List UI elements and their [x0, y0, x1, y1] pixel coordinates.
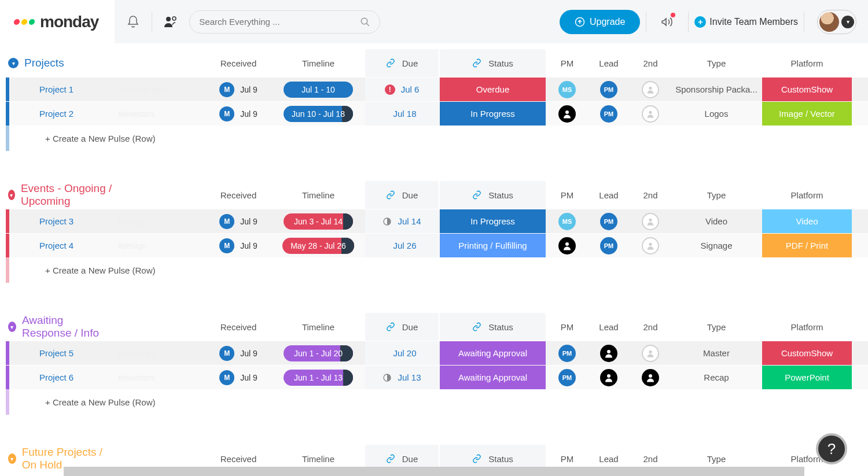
platform-cell[interactable]: PowerPoint: [762, 366, 852, 389]
people-icon[interactable]: [161, 13, 180, 31]
due-cell[interactable]: Jul 18: [365, 102, 439, 126]
col-timeline[interactable]: Timeline: [272, 454, 365, 464]
col-due[interactable]: Due: [365, 313, 439, 341]
col-2nd[interactable]: 2nd: [630, 322, 671, 332]
pulse-name[interactable]: Project 2: [30, 109, 116, 119]
col-status[interactable]: Status: [440, 181, 546, 209]
status-cell[interactable]: In Progress: [440, 209, 546, 233]
pulse-name[interactable]: Project 6: [30, 372, 116, 382]
col-pm[interactable]: PM: [546, 322, 588, 332]
lead-cell[interactable]: PM: [589, 234, 629, 257]
col-received[interactable]: Received: [205, 454, 272, 464]
col-platform[interactable]: Platform: [762, 190, 852, 200]
tags[interactable]: #design: [116, 217, 205, 226]
due-cell[interactable]: ! Jul 6: [365, 78, 439, 101]
pulse-name[interactable]: Project 1: [30, 84, 116, 94]
col-lead[interactable]: Lead: [588, 454, 630, 464]
second-cell[interactable]: [630, 209, 671, 233]
tags[interactable]: #design: [116, 241, 205, 250]
platform-cell[interactable]: Video: [762, 209, 852, 233]
received-cell[interactable]: M Jul 9: [205, 370, 272, 385]
col-type[interactable]: Type: [671, 322, 762, 332]
col-type[interactable]: Type: [671, 58, 762, 68]
col-2nd[interactable]: 2nd: [630, 454, 671, 464]
received-cell[interactable]: M Jul 9: [205, 346, 272, 361]
horizontal-scrollbar[interactable]: [64, 467, 804, 476]
status-cell[interactable]: Printing / Fulfilling: [440, 234, 546, 257]
platform-cell[interactable]: CustomShow: [762, 78, 852, 101]
second-cell[interactable]: [630, 78, 671, 101]
tags[interactable]: #investors: [116, 373, 205, 382]
due-cell[interactable]: Jul 20: [365, 341, 439, 365]
pm-cell[interactable]: PM: [547, 366, 587, 389]
col-pm[interactable]: PM: [546, 190, 588, 200]
type-cell[interactable]: Video: [672, 209, 761, 233]
due-cell[interactable]: Jul 14: [365, 209, 439, 233]
received-cell[interactable]: M Jul 9: [205, 214, 272, 229]
status-cell[interactable]: Awaiting Approval: [440, 366, 546, 389]
col-timeline[interactable]: Timeline: [272, 190, 365, 200]
timeline-cell[interactable]: Jun 1 - Jul 13: [273, 366, 364, 389]
tags[interactable]: #investors: [116, 109, 205, 119]
table-row[interactable]: Project 2 #investors M Jul 9 Jun 10 - Ju…: [6, 101, 868, 126]
upgrade-button[interactable]: Upgrade: [560, 10, 640, 34]
type-cell[interactable]: Signage: [672, 234, 761, 257]
second-cell[interactable]: [630, 366, 671, 389]
type-cell[interactable]: Sponsorship Packa...: [672, 78, 761, 101]
lead-cell[interactable]: PM: [589, 209, 629, 233]
status-cell[interactable]: In Progress: [440, 102, 546, 126]
new-pulse-row[interactable]: + Create a New Pulse (Row): [6, 257, 868, 283]
second-cell[interactable]: [630, 234, 671, 257]
col-platform[interactable]: Platform: [762, 58, 852, 68]
pulse-name[interactable]: Project 3: [30, 216, 116, 226]
col-timeline[interactable]: Timeline: [272, 58, 365, 68]
received-cell[interactable]: M Jul 9: [205, 106, 272, 121]
logo[interactable]: monday: [0, 0, 115, 43]
col-pm[interactable]: PM: [546, 454, 588, 464]
lead-cell[interactable]: [589, 341, 629, 365]
col-received[interactable]: Received: [205, 190, 272, 200]
col-pm[interactable]: PM: [546, 58, 588, 68]
pm-cell[interactable]: MS: [547, 78, 587, 101]
col-lead[interactable]: Lead: [588, 190, 630, 200]
second-cell[interactable]: [630, 341, 671, 365]
group-toggle[interactable]: ▾ Events - Ongoing / Upcoming: [6, 182, 116, 208]
status-cell[interactable]: Overdue: [440, 78, 546, 101]
platform-cell[interactable]: CustomShow: [762, 341, 852, 365]
col-received[interactable]: Received: [205, 58, 272, 68]
col-type[interactable]: Type: [671, 454, 762, 464]
table-row[interactable]: Project 6 #investors M Jul 9 Jun 1 - Jul…: [6, 365, 868, 389]
tags[interactable]: #internal #ops: [116, 85, 205, 94]
type-cell[interactable]: Recap: [672, 366, 761, 389]
due-cell[interactable]: Jul 26: [365, 234, 439, 257]
pm-cell[interactable]: [547, 234, 587, 257]
col-received[interactable]: Received: [205, 322, 272, 332]
timeline-cell[interactable]: Jun 10 - Jul 18: [273, 102, 364, 126]
received-cell[interactable]: M Jul 9: [205, 238, 272, 253]
due-cell[interactable]: Jul 13: [365, 366, 439, 389]
pm-cell[interactable]: [547, 102, 587, 126]
timeline-cell[interactable]: Jun 1 - Jul 20: [273, 341, 364, 365]
col-status[interactable]: Status: [440, 49, 546, 77]
timeline-cell[interactable]: Jul 1 - 10: [273, 78, 364, 101]
table-row[interactable]: Project 4 #design M Jul 9 May 28 - Jul 2…: [6, 233, 868, 257]
col-2nd[interactable]: 2nd: [630, 58, 671, 68]
new-pulse-row[interactable]: + Create a New Pulse (Row): [6, 389, 868, 415]
table-row[interactable]: Project 5 #dev #ops M Jul 9 Jun 1 - Jul …: [6, 341, 868, 365]
col-2nd[interactable]: 2nd: [630, 190, 671, 200]
lead-cell[interactable]: PM: [589, 78, 629, 101]
search-input[interactable]: [189, 10, 380, 34]
invite-button[interactable]: + Invite Team Members: [694, 16, 798, 28]
status-cell[interactable]: Awaiting Approval: [440, 341, 546, 365]
lead-cell[interactable]: [589, 366, 629, 389]
second-cell[interactable]: [630, 102, 671, 126]
col-timeline[interactable]: Timeline: [272, 322, 365, 332]
tags[interactable]: #dev #ops: [116, 349, 205, 358]
timeline-cell[interactable]: Jun 3 - Jul 14: [273, 209, 364, 233]
col-type[interactable]: Type: [671, 190, 762, 200]
col-platform[interactable]: Platform: [762, 322, 852, 332]
pm-cell[interactable]: PM: [547, 341, 587, 365]
pulse-name[interactable]: Project 5: [30, 348, 116, 358]
type-cell[interactable]: Master: [672, 341, 761, 365]
pulse-name[interactable]: Project 4: [30, 241, 116, 250]
